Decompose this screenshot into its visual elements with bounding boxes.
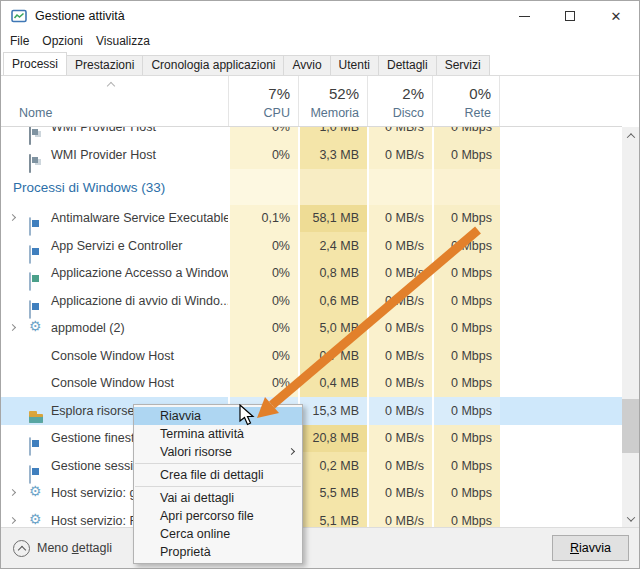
close-icon: ✕: [611, 10, 622, 23]
expand-chevron-icon[interactable]: [9, 517, 16, 524]
context-menu-item-termina-attivita[interactable]: Termina attività: [134, 425, 302, 443]
chevron-up-icon: [626, 133, 634, 141]
scroll-down-button[interactable]: [622, 510, 639, 527]
table-row[interactable]: Console Window Host0%0,4 MB0 MB/s0 Mbps: [1, 370, 622, 398]
process-name: Antimalware Service Executable: [51, 211, 230, 225]
network-total-percent: 0%: [469, 85, 491, 102]
process-name: Gestione sessio: [51, 459, 140, 473]
sort-ascending-icon: [107, 82, 115, 90]
column-header-memoria[interactable]: 52% Memoria: [298, 76, 367, 126]
cell-net: 0 Mbps: [432, 141, 500, 169]
cell-cpu: 0%: [228, 315, 298, 343]
memory-column-label: Memoria: [310, 106, 359, 120]
tab-processi[interactable]: Processi: [3, 52, 67, 75]
cell-mem: 15,3 MB: [298, 397, 367, 425]
table-row[interactable]: Gestione finestr0%20,8 MB0 MB/s0 Mbps: [1, 425, 622, 453]
context-menu-item-apri-percorso-file[interactable]: Apri percorso file: [134, 507, 302, 525]
tab-avvio[interactable]: Avvio: [283, 55, 330, 75]
close-button[interactable]: ✕: [593, 1, 639, 31]
cell-disk: 0 MB/s: [367, 397, 432, 425]
cell-disk: 0 MB/s: [367, 260, 432, 288]
vertical-scrollbar[interactable]: [622, 127, 639, 527]
submenu-chevron-icon: [288, 448, 295, 455]
context-menu-item-vai-ai-dettagli[interactable]: Vai ai dettagli: [134, 489, 302, 507]
tab-cronologia-applicazioni[interactable]: Cronologia applicazioni: [142, 55, 284, 75]
process-name: Console Window Host: [51, 349, 174, 363]
restart-button-label: Riavvia: [570, 541, 611, 555]
table-row[interactable]: Applicazione di avvio di Windo...0%0,6 M…: [1, 287, 622, 315]
cell-mem: 3,3 MB: [298, 141, 367, 169]
column-header-rete[interactable]: 0% Rete: [432, 76, 500, 126]
maximize-button[interactable]: [547, 1, 593, 31]
status-bar: Meno dettagli Riavvia: [1, 527, 639, 568]
cell-mem: 5,1 MB: [298, 507, 367, 527]
minimize-button[interactable]: [501, 1, 547, 31]
column-header-disco[interactable]: 2% Disco: [367, 76, 432, 126]
menu-item-visualizza[interactable]: Visualizza: [96, 34, 150, 48]
menu-separator: [135, 486, 301, 487]
table-row[interactable]: Applicazione Accesso a Windows0%0,8 MB0 …: [1, 260, 622, 288]
context-menu-item-cerca-online[interactable]: Cerca online: [134, 525, 302, 543]
cell-net: 0 Mbps: [432, 205, 500, 233]
restart-button[interactable]: Riavvia: [552, 535, 629, 561]
cell-net: 0 Mbps: [432, 287, 500, 315]
table-row[interactable]: Antimalware Service Executable0,1%58,1 M…: [1, 205, 622, 233]
context-menu-item-crea-file-di-dettagli[interactable]: Crea file di dettagli: [134, 466, 302, 484]
collapse-circle-icon: [13, 540, 30, 557]
table-row[interactable]: appmodel (2)0%5,0 MB0 MB/s0 Mbps: [1, 315, 622, 343]
expand-chevron-icon[interactable]: [9, 214, 16, 221]
cell-cpu: 0%: [228, 127, 298, 141]
chevron-down-icon: [626, 513, 634, 521]
cell-cpu: [228, 169, 298, 205]
process-name: Console Window Host: [51, 376, 174, 390]
cpu-total-percent: 7%: [268, 85, 290, 102]
gear-process-icon: [29, 514, 44, 527]
cell-cpu: 0%: [228, 370, 298, 398]
cell-net: 0 Mbps: [432, 425, 500, 453]
cell-disk: 0 MB/s: [367, 370, 432, 398]
process-name: WMI Provider Host: [51, 148, 156, 162]
table-row[interactable]: App Servizi e Controller0%2,4 MB0 MB/s0 …: [1, 232, 622, 260]
context-menu-item-riavvia[interactable]: Riavvia: [134, 407, 302, 425]
expand-chevron-icon[interactable]: [9, 489, 16, 496]
cell-disk: 0 MB/s: [367, 425, 432, 453]
cell-net: 0 Mbps: [432, 260, 500, 288]
cell-cpu: 0%: [228, 287, 298, 315]
column-header-cpu[interactable]: 7% CPU: [228, 76, 298, 126]
table-row[interactable]: Console Window Host0%0,7 MB0 MB/s0 Mbps: [1, 342, 622, 370]
table-row[interactable]: WMI Provider Host0%1,0 MB0 MB/s0 Mbps: [1, 127, 622, 141]
context-menu-item-proprieta[interactable]: Proprietà: [134, 543, 302, 561]
table-row[interactable]: Gestione sessio0%0,2 MB0 MB/s0 Mbps: [1, 452, 622, 480]
cell-mem: 20,8 MB: [298, 425, 367, 453]
process-name: Applicazione Accesso a Windows: [51, 266, 237, 280]
context-menu-item-valori-risorse[interactable]: Valori risorse: [134, 443, 302, 461]
cell-cpu: 0%: [228, 342, 298, 370]
disk-column-label: Disco: [393, 106, 424, 120]
tab-dettagli[interactable]: Dettagli: [378, 55, 437, 75]
cell-disk: 0 MB/s: [367, 127, 432, 141]
cell-cpu: 0%: [228, 232, 298, 260]
process-name: Host servizio: g: [51, 486, 136, 500]
memory-total-percent: 52%: [329, 85, 359, 102]
table-row[interactable]: Host servizio: g0%5,5 MB0 MB/s0 Mbps: [1, 480, 622, 508]
tab-servizi[interactable]: Servizi: [436, 55, 490, 75]
column-header-nome[interactable]: Nome: [19, 106, 52, 120]
table-row[interactable]: WMI Provider Host0%3,3 MB0 MB/s0 Mbps: [1, 141, 622, 169]
process-name: App Servizi e Controller: [51, 239, 182, 253]
table-row[interactable]: Esplora risorse0%15,3 MB0 MB/s0 Mbps: [1, 397, 622, 425]
tab-utenti[interactable]: Utenti: [330, 55, 379, 75]
scroll-up-button[interactable]: [622, 127, 639, 144]
scrollbar-thumb[interactable]: [622, 399, 639, 453]
less-details-button[interactable]: Meno dettagli: [13, 528, 112, 568]
cell-disk: 0 MB/s: [367, 287, 432, 315]
menu-item-file[interactable]: File: [10, 34, 29, 48]
window-title: Gestione attività: [35, 1, 125, 31]
less-details-label: Meno dettagli: [37, 541, 112, 555]
expand-chevron-icon[interactable]: [9, 324, 16, 331]
cell-net: 0 Mbps: [432, 397, 500, 425]
task-manager-icon: [11, 8, 27, 24]
table-row[interactable]: Host servizio: R0%5,1 MB0 MB/s0 Mbps: [1, 507, 622, 527]
cell-mem: 0,8 MB: [298, 260, 367, 288]
tab-prestazioni[interactable]: Prestazioni: [66, 55, 143, 75]
menu-item-opzioni[interactable]: Opzioni: [42, 34, 83, 48]
